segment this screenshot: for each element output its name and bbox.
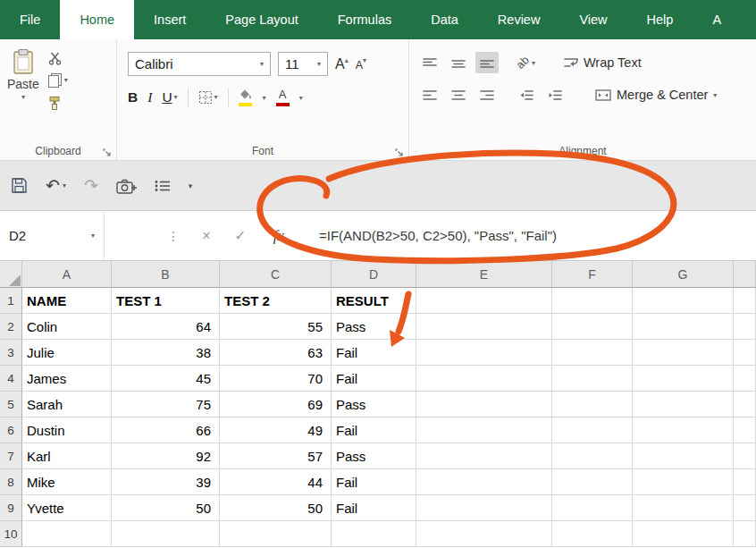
cell-A7[interactable]: Karl: [22, 443, 112, 469]
column-header-D[interactable]: D: [332, 261, 416, 288]
name-box[interactable]: D2 ▾: [0, 211, 105, 260]
cell-B3[interactable]: 38: [112, 340, 220, 366]
cell-E3[interactable]: [416, 340, 552, 366]
ribbon-tab-insert[interactable]: Insert: [134, 0, 206, 39]
cell-D2[interactable]: Pass: [332, 314, 416, 340]
row-header-2[interactable]: 2: [0, 314, 22, 340]
clipboard-dialog-launcher[interactable]: [102, 148, 112, 157]
ribbon-tab-data[interactable]: Data: [411, 0, 478, 39]
cell-D3[interactable]: Fail: [332, 340, 416, 366]
cell-G7[interactable]: [633, 443, 734, 469]
paste-button[interactable]: Paste ▾: [7, 48, 39, 110]
align-center-button[interactable]: [447, 84, 470, 105]
cell-G5[interactable]: [633, 392, 734, 417]
ribbon-tab-review[interactable]: Review: [478, 0, 560, 39]
row-header-9[interactable]: 9: [0, 495, 22, 521]
copy-button[interactable]: ▾: [48, 73, 68, 88]
orientation-button[interactable]: ab ▾: [517, 56, 535, 69]
cell-F7[interactable]: [552, 443, 633, 469]
merge-center-button[interactable]: Merge & Center ▾: [595, 88, 717, 102]
cell-F1[interactable]: [552, 288, 633, 314]
cell-A5[interactable]: Sarah: [22, 392, 112, 417]
cell-G10[interactable]: [633, 521, 734, 547]
cell-B4[interactable]: 45: [112, 366, 220, 392]
align-bottom-button[interactable]: [475, 52, 499, 73]
select-all-corner[interactable]: [0, 261, 22, 288]
toolbar-options-button[interactable]: ▾: [189, 181, 193, 190]
save-button[interactable]: [11, 177, 28, 194]
cell-E9[interactable]: [416, 495, 552, 521]
cut-button[interactable]: [48, 52, 68, 65]
cell-D10[interactable]: [332, 521, 416, 547]
enter-button[interactable]: ✓: [230, 227, 251, 244]
cell-D7[interactable]: Pass: [332, 443, 416, 469]
cell-C10[interactable]: [220, 521, 332, 547]
cell-G2[interactable]: [633, 314, 734, 340]
ribbon-tab-file[interactable]: File: [0, 0, 60, 39]
cell-B5[interactable]: 75: [112, 392, 220, 417]
cell-C4[interactable]: 70: [220, 366, 332, 392]
font-size-select[interactable]: 11 ▾: [278, 52, 328, 76]
cell-A9[interactable]: Yvette: [22, 495, 112, 521]
redo-button[interactable]: ↷: [84, 177, 98, 194]
column-header-F[interactable]: F: [552, 261, 633, 288]
cell-F5[interactable]: [552, 392, 633, 417]
cell-C8[interactable]: 44: [220, 469, 332, 495]
wrap-text-button[interactable]: Wrap Text: [564, 55, 642, 70]
formula-bar-splitter[interactable]: ⋮: [167, 229, 180, 243]
column-header-E[interactable]: E: [416, 261, 552, 288]
cell-G3[interactable]: [633, 340, 734, 366]
column-header-A[interactable]: A: [22, 261, 112, 288]
row-header-10[interactable]: 10: [0, 521, 22, 547]
cell-F9[interactable]: [552, 495, 633, 521]
fill-color-button[interactable]: [239, 89, 253, 106]
camera-button[interactable]: [116, 178, 137, 194]
italic-button[interactable]: I: [147, 90, 152, 105]
cell-G4[interactable]: [633, 366, 734, 392]
cell-F2[interactable]: [552, 314, 633, 340]
cell-B2[interactable]: 64: [112, 314, 220, 340]
borders-button[interactable]: ▾: [198, 90, 218, 105]
cell-E8[interactable]: [416, 469, 552, 495]
cell-D6[interactable]: Fail: [332, 417, 416, 443]
increase-font-size-button[interactable]: A▴: [335, 56, 349, 72]
ribbon-tab-home[interactable]: Home: [60, 0, 134, 39]
cell-C9[interactable]: 50: [220, 495, 332, 521]
cell-G6[interactable]: [633, 417, 734, 443]
cell-G9[interactable]: [633, 495, 734, 521]
cell-A1[interactable]: NAME: [22, 288, 112, 314]
row-header-3[interactable]: 3: [0, 340, 22, 366]
cell-D1[interactable]: RESULT: [332, 288, 416, 314]
bold-button[interactable]: B: [128, 90, 138, 105]
cell-E2[interactable]: [416, 314, 552, 340]
cell-D4[interactable]: Fail: [332, 366, 416, 392]
cell-A10[interactable]: [22, 521, 112, 547]
cell-B6[interactable]: 66: [112, 417, 220, 443]
format-painter-button[interactable]: [48, 96, 68, 110]
increase-indent-button[interactable]: [543, 84, 567, 105]
cell-F10[interactable]: [552, 521, 633, 547]
cell-E1[interactable]: [416, 288, 552, 314]
column-header-B[interactable]: B: [112, 261, 220, 288]
cell-E7[interactable]: [416, 443, 552, 469]
column-header-G[interactable]: G: [633, 261, 734, 288]
ribbon-tab-help[interactable]: Help: [627, 0, 693, 39]
row-header-7[interactable]: 7: [0, 443, 22, 469]
cell-F6[interactable]: [552, 417, 633, 443]
ribbon-tab-view[interactable]: View: [559, 0, 626, 39]
cell-E6[interactable]: [416, 417, 552, 443]
font-dialog-launcher[interactable]: [394, 148, 404, 157]
formula-input[interactable]: =IF(AND(B2>50, C2>50), "Pass", "Fail"): [319, 228, 557, 243]
cell-D5[interactable]: Pass: [332, 392, 416, 417]
align-left-button[interactable]: [418, 84, 441, 105]
cell-C6[interactable]: 49: [220, 417, 332, 443]
cancel-button[interactable]: ×: [196, 228, 217, 244]
cell-B8[interactable]: 39: [112, 469, 220, 495]
cell-F8[interactable]: [552, 469, 633, 495]
cell-E10[interactable]: [416, 521, 552, 547]
cell-E4[interactable]: [416, 366, 552, 392]
cell-A6[interactable]: Dustin: [22, 417, 112, 443]
cell-D8[interactable]: Fail: [332, 469, 416, 495]
cell-F3[interactable]: [552, 340, 633, 366]
insert-function-button[interactable]: fx: [265, 227, 292, 245]
